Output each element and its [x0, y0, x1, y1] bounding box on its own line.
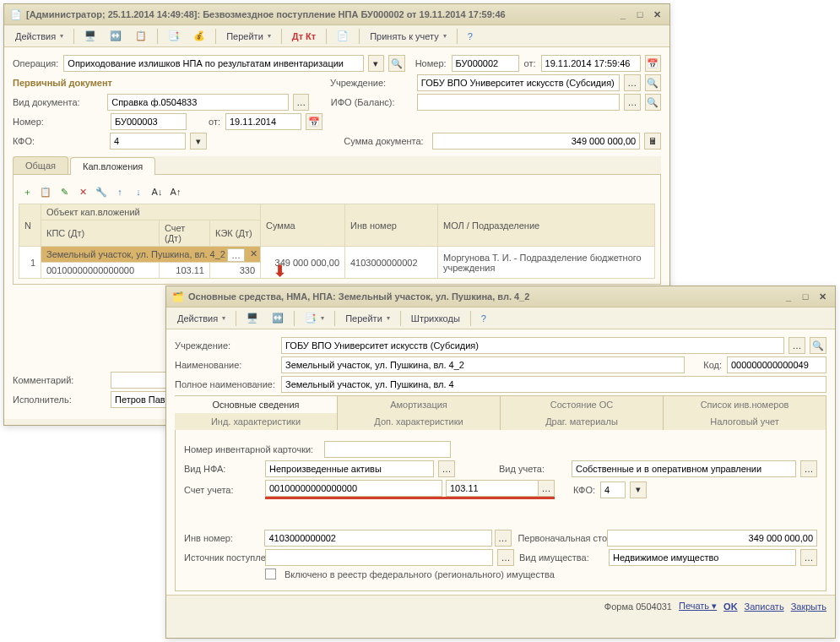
- from2-input[interactable]: [225, 113, 301, 130]
- operation-input[interactable]: [63, 55, 363, 72]
- inv-input[interactable]: [264, 530, 492, 547]
- tab-kap[interactable]: Кап.вложения: [70, 157, 155, 175]
- code-input-2[interactable]: [727, 356, 826, 373]
- add-row-icon[interactable]: ＋: [19, 183, 35, 200]
- help-icon-2[interactable]: ?: [475, 311, 492, 326]
- ok-button[interactable]: OK: [723, 601, 738, 612]
- ifo-select[interactable]: …: [624, 94, 640, 111]
- tab3-ind[interactable]: Инд. характеристики: [175, 413, 338, 430]
- col-n[interactable]: N: [19, 204, 41, 247]
- tab2-invlist[interactable]: Список инв.номеров: [664, 396, 826, 413]
- operation-search[interactable]: 🔍: [388, 55, 404, 72]
- barcodes-btn[interactable]: Штрихкоды: [405, 311, 466, 326]
- icon2-1[interactable]: 🖥️: [241, 310, 264, 326]
- close-link[interactable]: Закрыть: [791, 601, 826, 612]
- goto-menu-2[interactable]: Перейти: [339, 311, 396, 326]
- icon-btn-3[interactable]: 📋: [129, 28, 153, 44]
- account-select[interactable]: …: [538, 480, 555, 497]
- reg-checkbox[interactable]: [265, 569, 276, 579]
- save-button[interactable]: Записать: [745, 601, 784, 612]
- sort-asc-icon[interactable]: A↓: [149, 183, 165, 200]
- sum-input[interactable]: [432, 133, 640, 150]
- col-obj[interactable]: Объект кап.вложений: [41, 204, 261, 220]
- date-picker-icon[interactable]: 📅: [645, 55, 661, 72]
- close-button[interactable]: ✕: [649, 8, 664, 20]
- tab3-tax[interactable]: Налоговый учет: [664, 413, 826, 430]
- tab2-amort[interactable]: Амортизация: [338, 396, 501, 413]
- nfa-select[interactable]: …: [438, 460, 455, 477]
- inv-select[interactable]: …: [495, 530, 512, 547]
- icon2-3[interactable]: 📑: [299, 310, 330, 326]
- prop-row-icon[interactable]: 🔧: [93, 183, 110, 200]
- dtct-icon[interactable]: Дт Кт: [286, 29, 322, 44]
- uchr-search[interactable]: 🔍: [645, 74, 661, 91]
- uchr-select[interactable]: …: [624, 74, 640, 91]
- src-select[interactable]: …: [497, 549, 514, 566]
- kfo-drop-2[interactable]: ▾: [630, 482, 647, 498]
- icon-btn-2[interactable]: ↔️: [104, 28, 127, 44]
- fullname-input-2[interactable]: [281, 376, 826, 393]
- help-icon[interactable]: ?: [462, 29, 479, 44]
- uchet-select[interactable]: …: [800, 460, 817, 477]
- goto-menu[interactable]: Перейти: [220, 29, 277, 44]
- cell-ellipsis-button[interactable]: …: [227, 248, 245, 262]
- account-input-2[interactable]: [446, 480, 539, 497]
- icon2-2[interactable]: ↔️: [266, 310, 290, 326]
- icon-btn-1[interactable]: 🖥️: [79, 28, 102, 44]
- maximize-button[interactable]: □: [632, 8, 648, 20]
- from2-date-icon[interactable]: 📅: [306, 113, 322, 130]
- icon-btn-4[interactable]: 📑: [162, 28, 186, 44]
- maximize-button-2[interactable]: □: [798, 291, 813, 302]
- ifo-search[interactable]: 🔍: [645, 94, 661, 111]
- cost-input[interactable]: [607, 530, 817, 547]
- number-input[interactable]: [452, 55, 519, 72]
- kfo-dropdown[interactable]: ▾: [190, 133, 207, 150]
- uchr-search-2[interactable]: 🔍: [810, 337, 826, 354]
- col-kek[interactable]: КЭК (Дт): [210, 220, 261, 247]
- icon-btn-5[interactable]: 💰: [187, 28, 211, 44]
- close-button-2[interactable]: ✕: [815, 291, 830, 302]
- nfa-input[interactable]: [265, 460, 434, 477]
- cell-clear-icon[interactable]: ✕: [250, 248, 257, 259]
- uchr-select-2[interactable]: …: [789, 337, 805, 354]
- icon-btn-6[interactable]: 📄: [331, 28, 355, 44]
- actions-menu-2[interactable]: Действия: [171, 311, 231, 326]
- tab2-state[interactable]: Состояние ОС: [501, 396, 664, 413]
- delete-row-icon[interactable]: ✕: [74, 183, 91, 200]
- src-input[interactable]: [265, 549, 493, 566]
- col-kps[interactable]: КПС (Дт): [41, 220, 160, 247]
- operation-dropdown[interactable]: ▾: [368, 55, 384, 72]
- name-input-2[interactable]: [281, 356, 685, 373]
- tab2-general[interactable]: Основные сведения: [175, 396, 338, 413]
- edit-row-icon[interactable]: ✎: [56, 183, 73, 200]
- col-inv[interactable]: Инв номер: [345, 204, 438, 247]
- kfo-input[interactable]: [110, 133, 186, 150]
- uchr-input-2[interactable]: [281, 337, 784, 354]
- prop-input[interactable]: [609, 549, 796, 566]
- doc-type-input[interactable]: [107, 94, 289, 111]
- actions-menu[interactable]: Действия: [9, 29, 69, 44]
- tab3-drag[interactable]: Драг. материалы: [501, 413, 664, 430]
- date-input[interactable]: [541, 55, 641, 72]
- col-sum[interactable]: Сумма: [261, 204, 345, 247]
- prop-select[interactable]: …: [800, 549, 817, 566]
- ifo-input[interactable]: [417, 94, 620, 111]
- accept-button[interactable]: Принять к учету: [364, 29, 453, 44]
- print-button[interactable]: Печать ▾: [679, 601, 717, 612]
- col-mol[interactable]: МОЛ / Подразделение: [438, 204, 655, 247]
- uchet-input[interactable]: [572, 460, 796, 477]
- kfo-input-2[interactable]: [600, 482, 626, 498]
- cell-obj[interactable]: Земельный участок, ул. Пушкина, вл. 4_2 …: [41, 247, 261, 263]
- minimize-button[interactable]: _: [615, 8, 631, 20]
- num2-input[interactable]: [111, 113, 187, 130]
- uchr-input[interactable]: [417, 74, 620, 91]
- move-down-icon[interactable]: ↓: [130, 183, 147, 200]
- doc-type-select[interactable]: …: [293, 94, 309, 111]
- invcard-input[interactable]: [324, 441, 451, 458]
- sort-desc-icon[interactable]: A↑: [167, 183, 184, 200]
- account-input-1[interactable]: [265, 480, 442, 497]
- table-row[interactable]: 1 Земельный участок, ул. Пушкина, вл. 4_…: [19, 247, 655, 263]
- copy-row-icon[interactable]: 📋: [37, 183, 54, 200]
- sum-calc-icon[interactable]: 🖩: [644, 133, 661, 150]
- tab3-dop[interactable]: Доп. характеристики: [338, 413, 501, 430]
